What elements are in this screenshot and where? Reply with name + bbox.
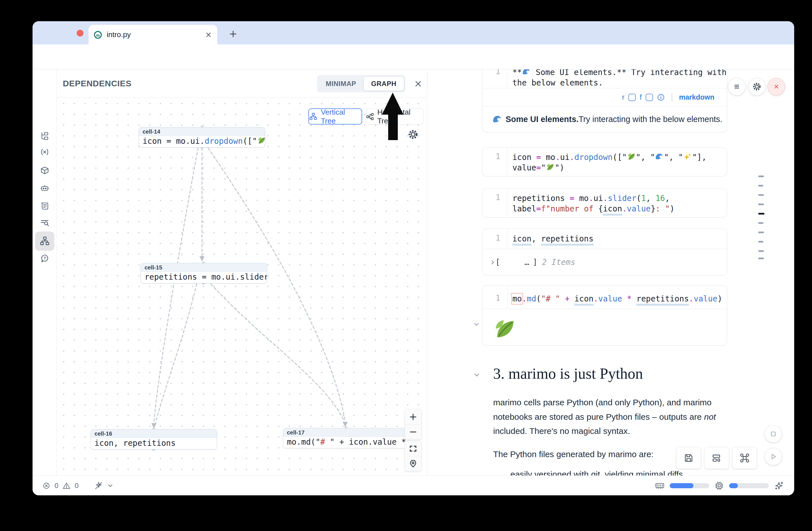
vertical-tree-icon <box>309 112 317 121</box>
notebook-settings-button[interactable] <box>748 78 766 96</box>
save-button[interactable] <box>676 447 701 469</box>
window-close-button[interactable] <box>77 30 84 37</box>
node-title: cell-15 <box>141 263 267 272</box>
checkbox-icon[interactable] <box>628 94 636 101</box>
stop-icon <box>769 430 778 438</box>
shutdown-button[interactable] <box>768 78 785 96</box>
expand-chevron-icon[interactable] <box>490 260 495 265</box>
markdown-cell[interactable]: 1 ** Some UI elements.** Try interacting… <box>482 69 727 132</box>
slider-code-cell[interactable]: 1 repetitions = mo.ui.slider(1, 16,label… <box>482 188 727 217</box>
vertical-tree-button[interactable]: Vertical Tree <box>308 109 362 125</box>
tab-close-icon[interactable] <box>205 31 212 39</box>
code-editor[interactable]: mo.md("# " + icon.value * repetitions.va… <box>512 286 727 304</box>
graph-settings-button[interactable] <box>407 129 419 140</box>
wave-emoji-icon <box>493 115 502 124</box>
sidebar-item-robot[interactable] <box>35 180 54 197</box>
browser-tab[interactable]: m intro.py <box>89 25 217 44</box>
sidebar-item-snippets[interactable] <box>35 214 54 231</box>
paragraph-text: notebooks are stored as pure Python file… <box>493 412 704 421</box>
play-icon <box>769 452 778 461</box>
sidebar-item-help[interactable]: ? <box>35 250 54 267</box>
dependencies-panel: DEPENDENCIES MINIMAP GRAPH <box>57 69 427 475</box>
mdexpr-code-cell[interactable]: 1 mo.md("# " + icon.value * repetitions.… <box>482 285 727 346</box>
ai-assist-icon[interactable] <box>774 480 784 491</box>
checkbox-icon[interactable] <box>646 94 653 101</box>
stop-button[interactable] <box>765 425 782 443</box>
zoom-out-button[interactable] <box>405 424 421 439</box>
annotation-arrow <box>380 92 405 141</box>
search-list-icon <box>40 218 49 228</box>
output-text: Try interacting with the below elements. <box>579 115 722 124</box>
paragraph-line: marimo cells parse Python (and only Pyth… <box>493 398 712 407</box>
code-editor[interactable]: icon, repetitions <box>512 229 727 244</box>
bracket-open: [ <box>495 258 500 267</box>
locate-node-button[interactable] <box>405 456 421 471</box>
gear-icon <box>752 82 762 91</box>
fit-view-button[interactable] <box>405 441 421 456</box>
svg-text:?: ? <box>44 256 46 260</box>
dropdown-code-cell[interactable]: 1 icon = mo.ui.dropdown(["", "", ""],val… <box>482 147 727 176</box>
run-button[interactable] <box>765 448 782 465</box>
dependency-graph-canvas[interactable]: cell-14 icon = mo.ui.dropdown(["", "", "… <box>57 98 427 475</box>
section-heading: 3. marimo is just Python <box>493 365 643 383</box>
cell-toolbar: r f markdown <box>482 88 727 106</box>
section-collapse-button[interactable] <box>473 371 481 379</box>
sidebar-item-variables[interactable] <box>35 144 54 161</box>
new-tab-button[interactable] <box>227 27 240 41</box>
warnings-icon[interactable] <box>62 482 71 490</box>
line-number: 1 <box>496 233 500 242</box>
tab-graph[interactable]: GRAPH <box>364 76 404 91</box>
paragraph-line: notebooks are stored as pure Python file… <box>493 412 716 422</box>
panel-close-button[interactable] <box>414 79 423 89</box>
sidebar-item-file-tree[interactable] <box>35 128 54 145</box>
command-icon <box>740 453 750 463</box>
collapsed-list-output[interactable]: [ … ] 2 Items <box>482 249 727 275</box>
clipped-list-item: easily versioned with git, yielding mini… <box>510 470 683 475</box>
horizontal-tree-icon <box>366 112 374 121</box>
chevron-down-icon[interactable] <box>107 482 114 489</box>
memory-usage-icon[interactable] <box>655 481 665 490</box>
vertical-tree-label: Vertical Tree <box>321 108 362 125</box>
hamburger-icon <box>733 82 741 91</box>
line-number: 1 <box>496 69 500 76</box>
output-collapse-button[interactable] <box>473 321 480 328</box>
language-badge[interactable]: markdown <box>679 93 714 101</box>
sidebar-item-packages[interactable] <box>35 162 54 179</box>
tab-minimap[interactable]: MINIMAP <box>318 76 364 91</box>
zoom-controls <box>405 409 422 440</box>
close-icon <box>414 80 422 88</box>
paragraph-line: included. There's no magical syntax. <box>493 426 630 436</box>
keyboard-shortcuts-button[interactable] <box>732 447 757 469</box>
view-controls <box>405 441 422 471</box>
sidebar-item-dependencies[interactable] <box>35 231 54 251</box>
node-code: repetitions = mo.ui.slider(1, 16, label=… <box>141 272 267 283</box>
tuple-code-cell[interactable]: 1 icon, repetitions [ … ] 2 Items <box>482 228 727 275</box>
graph-node-cell-16[interactable]: cell-16 icon, repetitions <box>90 429 217 449</box>
code-editor[interactable]: icon = mo.ui.dropdown(["", "", ""],value… <box>512 147 727 173</box>
code-editor[interactable]: ** Some UI elements.** Try interacting w… <box>512 69 727 88</box>
zoom-in-button[interactable] <box>405 409 421 424</box>
graph-node-cell-14[interactable]: cell-14 icon = mo.ui.dropdown(["", "", "… <box>139 127 265 147</box>
toolbar-separator <box>672 93 672 102</box>
errors-icon[interactable] <box>42 482 50 490</box>
gear-icon <box>407 129 419 140</box>
cpu-usage-icon[interactable] <box>714 481 724 490</box>
layout-icon <box>712 453 722 463</box>
marimo-favicon-icon: m <box>93 31 102 39</box>
info-icon[interactable] <box>657 94 665 101</box>
layout-button[interactable] <box>704 447 729 469</box>
panel-title: DEPENDENCIES <box>63 69 132 98</box>
graph-node-cell-15[interactable]: cell-15 repetitions = mo.ui.slider(1, 16… <box>141 263 267 283</box>
paragraph-line: The Python files generated by marimo are… <box>493 449 654 459</box>
scroll-icon <box>40 202 49 211</box>
code-editor[interactable]: repetitions = mo.ui.slider(1, 16,label=f… <box>512 188 727 214</box>
package-cube-icon <box>40 166 49 175</box>
browser-window: m intro.py <box>32 21 794 495</box>
output-bold-text: Some UI elements. <box>506 115 579 124</box>
ai-disabled-icon[interactable] <box>94 481 103 490</box>
notebook-menu-button[interactable] <box>728 78 745 96</box>
sidebar-item-logs[interactable] <box>35 198 54 215</box>
markdown-output: Some UI elements. Try interacting with t… <box>482 106 727 132</box>
browser-toolbar: localhost:2718 Guest <box>32 44 794 69</box>
graph-node-cell-17[interactable]: cell-17 mo.md("# " + icon.value * repeti… <box>283 428 409 448</box>
